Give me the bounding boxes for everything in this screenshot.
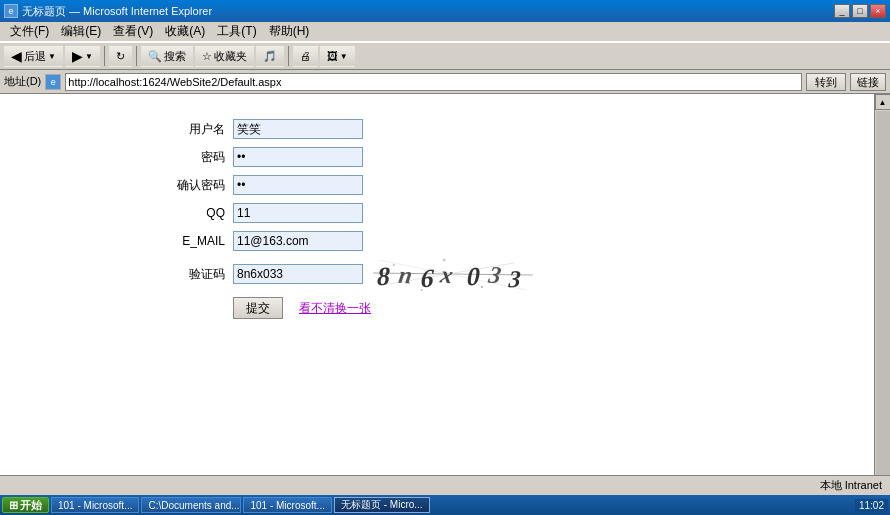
search-icon: 🔍 (148, 50, 162, 63)
image-button[interactable]: 🖼 ▼ (320, 45, 355, 67)
star-icon: ☆ (202, 50, 212, 63)
go-button[interactable]: 转到 (806, 73, 846, 91)
scroll-thumb[interactable] (876, 111, 890, 478)
email-input[interactable] (233, 231, 363, 251)
favorites-button[interactable]: ☆ 收藏夹 (195, 45, 254, 67)
back-button[interactable]: ◀ 后退 ▼ (4, 45, 63, 67)
media-button[interactable]: 🎵 (256, 45, 284, 67)
svg-text:3: 3 (486, 262, 507, 289)
email-row: E_MAIL (155, 231, 874, 251)
windows-icon: ⊞ (9, 499, 18, 512)
captcha-label: 验证码 (155, 266, 225, 283)
svg-text:6: 6 (420, 264, 438, 293)
password-input[interactable] (233, 147, 363, 167)
confirm-input[interactable] (233, 175, 363, 195)
taskbar-clock: 11:02 (855, 499, 888, 512)
print-icon: 🖨 (300, 50, 311, 62)
address-input[interactable] (68, 76, 799, 88)
qq-row: QQ (155, 203, 874, 223)
username-input[interactable] (233, 119, 363, 139)
search-button[interactable]: 🔍 搜索 (141, 45, 193, 67)
svg-text:3: 3 (507, 266, 525, 293)
toolbar-separator-3 (288, 46, 289, 66)
menu-help[interactable]: 帮助(H) (263, 21, 316, 42)
back-dropdown-icon: ▼ (48, 52, 56, 61)
registration-form: 用户名 密码 确认密码 QQ (155, 119, 874, 319)
refresh-icon: ↻ (116, 50, 125, 63)
qq-input[interactable] (233, 203, 363, 223)
image-icon: 🖼 (327, 50, 338, 62)
toolbar: ◀ 后退 ▼ ▶ ▼ ↻ 🔍 搜索 ☆ 收藏夹 🎵 (0, 42, 890, 70)
refresh-captcha-link[interactable]: 看不清换一张 (299, 300, 371, 317)
qq-label: QQ (155, 206, 225, 220)
confirm-label: 确认密码 (155, 177, 225, 194)
window-title: 无标题页 — Microsoft Internet Explorer (22, 4, 212, 19)
submit-button[interactable]: 提交 (233, 297, 283, 319)
username-label: 用户名 (155, 121, 225, 138)
menu-tools[interactable]: 工具(T) (211, 21, 262, 42)
svg-text:n: n (397, 262, 418, 289)
scroll-up-arrow[interactable]: ▲ (875, 94, 891, 110)
page-content: 用户名 密码 确认密码 QQ (0, 94, 874, 495)
confirm-row: 确认密码 (155, 175, 874, 195)
address-label: 地址(D) (4, 74, 41, 89)
captcha-image: 8 n 6 x 0 (372, 259, 535, 289)
forward-dropdown-icon: ▼ (85, 52, 93, 61)
minimize-button[interactable]: _ (834, 4, 850, 18)
submit-row: 提交 看不清换一张 (155, 297, 874, 319)
menu-view[interactable]: 查看(V) (107, 21, 159, 42)
toolbar-separator-2 (136, 46, 137, 66)
taskbar-item-1[interactable]: C:\Documents and... (141, 497, 241, 513)
address-input-wrap (65, 73, 802, 91)
menu-edit[interactable]: 编辑(E) (55, 21, 107, 42)
print-button[interactable]: 🖨 (293, 45, 318, 67)
refresh-button[interactable]: ↻ (109, 45, 132, 67)
taskbar-item-3[interactable]: 无标题页 - Micro... (334, 497, 430, 513)
taskbar-item-0[interactable]: 101 - Microsoft... (51, 497, 139, 513)
svg-text:x: x (438, 261, 459, 288)
menu-bar: 文件(F) 编辑(E) 查看(V) 收藏(A) 工具(T) 帮助(H) (0, 22, 890, 42)
taskbar-right: 11:02 (855, 499, 888, 512)
start-button[interactable]: ⊞ 开始 (2, 497, 49, 513)
address-bar: 地址(D) e 转到 链接 (0, 70, 890, 94)
forward-arrow-icon: ▶ (72, 48, 83, 64)
media-icon: 🎵 (263, 50, 277, 63)
address-icon: e (45, 74, 61, 90)
dropdown-icon: ▼ (340, 52, 348, 61)
toolbar-separator-1 (104, 46, 105, 66)
back-arrow-icon: ◀ (11, 48, 22, 64)
captcha-input[interactable] (233, 264, 363, 284)
browser-icon: e (4, 4, 18, 18)
email-label: E_MAIL (155, 234, 225, 248)
menu-file[interactable]: 文件(F) (4, 21, 55, 42)
svg-text:8: 8 (377, 261, 394, 291)
content-area: 用户名 密码 确认密码 QQ (0, 94, 890, 495)
username-row: 用户名 (155, 119, 874, 139)
taskbar-item-2[interactable]: 101 - Microsoft... (243, 497, 331, 513)
maximize-button[interactable]: □ (852, 4, 868, 18)
status-bar: 本地 Intranet (0, 475, 890, 495)
taskbar: ⊞ 开始 101 - Microsoft... C:\Documents and… (0, 495, 890, 515)
scrollbar: ▲ ▼ (874, 94, 890, 495)
title-bar: e 无标题页 — Microsoft Internet Explorer _ □… (0, 0, 890, 22)
zone-label: 本地 Intranet (820, 478, 882, 493)
password-row: 密码 (155, 147, 874, 167)
menu-favorites[interactable]: 收藏(A) (159, 21, 211, 42)
forward-button[interactable]: ▶ ▼ (65, 45, 100, 67)
password-label: 密码 (155, 149, 225, 166)
close-button[interactable]: × (870, 4, 886, 18)
captcha-row: 验证码 8 (155, 259, 874, 289)
links-button[interactable]: 链接 (850, 73, 886, 91)
